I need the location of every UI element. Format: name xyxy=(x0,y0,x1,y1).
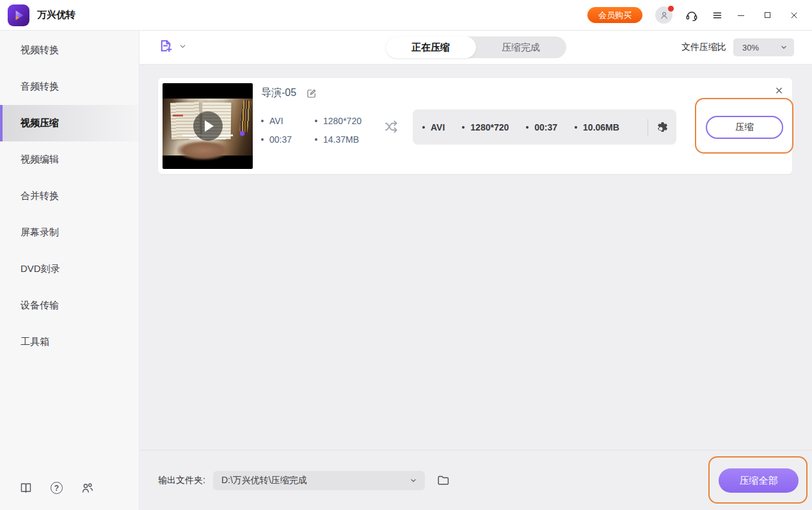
open-folder-icon[interactable] xyxy=(436,474,450,488)
status-tabs: 正在压缩 压缩完成 xyxy=(386,36,566,58)
convert-shuffle-icon xyxy=(383,118,401,134)
menu-icon[interactable] xyxy=(712,10,723,21)
toolbar: 正在压缩 压缩完成 文件压缩比 30% xyxy=(139,31,812,65)
source-size: 14.37MB xyxy=(315,130,362,148)
titlebar-actions: 会员购买 xyxy=(587,6,802,24)
add-file-button[interactable] xyxy=(157,38,187,56)
sidebar: 视频转换 音频转换 视频压缩 视频编辑 合并转换 屏幕录制 DVD刻录 设备传输… xyxy=(0,31,139,510)
chevron-down-icon xyxy=(179,42,187,52)
compress-button[interactable]: 压缩 xyxy=(706,116,783,139)
play-icon[interactable] xyxy=(193,111,223,141)
rename-edit-icon[interactable] xyxy=(306,88,317,99)
settings-gear-icon[interactable] xyxy=(657,121,669,133)
sidebar-item-video-edit[interactable]: 视频编辑 xyxy=(0,141,139,178)
user-guide-book-icon[interactable] xyxy=(19,481,33,495)
task-title-row: 导演-05 xyxy=(261,86,317,100)
sidebar-item-dvd-burn[interactable]: DVD刻录 xyxy=(0,251,139,287)
compression-ratio-select[interactable]: 30% xyxy=(733,38,794,56)
output-folder-select[interactable]: D:\万兴优转\压缩完成 xyxy=(213,471,425,490)
close-button[interactable] xyxy=(789,10,799,20)
output-folder-path: D:\万兴优转\压缩完成 xyxy=(221,475,307,486)
app-logo-icon xyxy=(8,4,29,26)
app-window: 万兴优转 会员购买 xyxy=(0,0,812,510)
compress-all-button[interactable]: 压缩全部 xyxy=(719,468,799,493)
target-format: AVI xyxy=(422,122,445,132)
sidebar-footer: ? xyxy=(19,481,94,495)
target-duration: 00:37 xyxy=(526,122,557,132)
sidebar-item-video-convert[interactable]: 视频转换 xyxy=(0,32,139,68)
task-title: 导演-05 xyxy=(261,86,296,100)
output-folder-label: 输出文件夹: xyxy=(158,475,205,486)
app-title: 万兴优转 xyxy=(37,9,76,21)
sidebar-item-merge-convert[interactable]: 合并转换 xyxy=(0,178,139,214)
help-icon[interactable]: ? xyxy=(51,482,63,494)
tab-completed[interactable]: 压缩完成 xyxy=(476,36,566,58)
compression-ratio-label: 文件压缩比 xyxy=(681,42,726,53)
sidebar-item-audio-convert[interactable]: 音频转换 xyxy=(0,68,139,105)
footer-bar: 输出文件夹: D:\万兴优转\压缩完成 压缩全部 xyxy=(139,450,812,510)
tab-compressing[interactable]: 正在压缩 xyxy=(386,36,476,58)
source-duration: 00:37 xyxy=(261,130,315,148)
titlebar: 万兴优转 会员购买 xyxy=(0,0,812,31)
video-thumbnail[interactable] xyxy=(163,83,253,169)
source-resolution: 1280*720 xyxy=(315,111,362,130)
task-list-area: 导演-05 AVI 1280*720 00:37 14.37MB xyxy=(139,65,812,450)
target-resolution: 1280*720 xyxy=(462,122,509,132)
compression-ratio-group: 文件压缩比 30% xyxy=(681,38,794,56)
sidebar-item-screen-record[interactable]: 屏幕录制 xyxy=(0,214,139,251)
community-icon[interactable] xyxy=(81,481,94,495)
task-card: 导演-05 AVI 1280*720 00:37 14.37MB xyxy=(158,78,792,174)
divider xyxy=(648,119,648,136)
target-info: AVI 1280*720 00:37 10.06MB xyxy=(413,109,676,145)
main-panel: 正在压缩 压缩完成 文件压缩比 30% xyxy=(139,31,812,510)
target-size: 10.06MB xyxy=(575,122,619,132)
sidebar-item-video-compress[interactable]: 视频压缩 xyxy=(0,105,139,141)
buy-membership-button[interactable]: 会员购买 xyxy=(587,7,642,23)
chevron-down-icon xyxy=(780,44,788,51)
user-avatar[interactable] xyxy=(655,6,673,24)
sidebar-item-toolbox[interactable]: 工具箱 xyxy=(0,324,139,360)
add-file-icon xyxy=(157,38,173,56)
chevron-down-icon xyxy=(410,477,417,484)
sidebar-item-device-transfer[interactable]: 设备传输 xyxy=(0,287,139,324)
support-headset-icon[interactable] xyxy=(685,8,699,22)
source-info: AVI 1280*720 00:37 14.37MB xyxy=(261,111,362,148)
remove-task-icon[interactable] xyxy=(774,86,784,95)
notification-badge xyxy=(668,6,674,12)
maximize-button[interactable] xyxy=(763,10,772,20)
minimize-button[interactable] xyxy=(736,10,746,20)
source-format: AVI xyxy=(261,111,315,130)
